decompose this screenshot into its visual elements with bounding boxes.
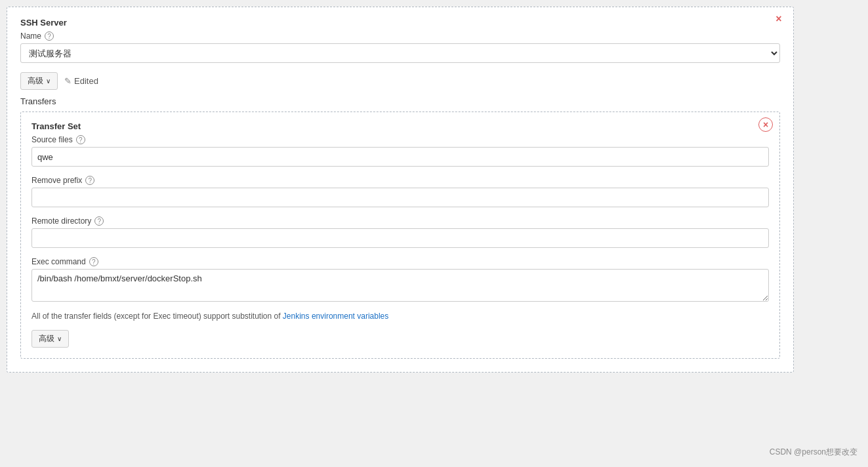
panel-close-button[interactable]: ×: [772, 12, 785, 26]
advanced-button-label: 高级: [28, 75, 43, 87]
remote-directory-label-text: Remote directory: [31, 216, 91, 226]
transfer-set-panel: × Transfer Set Source files ? Remove pre…: [20, 112, 780, 359]
source-files-label-text: Source files: [31, 135, 73, 144]
exec-command-textarea[interactable]: /bin/bash /home/bmxt/server/dockerStop.s…: [31, 269, 769, 302]
panel-title: SSH Server: [20, 18, 780, 28]
bottom-advanced-toolbar: 高级 ∨: [31, 330, 769, 348]
source-files-help-icon[interactable]: ?: [76, 135, 85, 144]
edited-label-text: Edited: [74, 76, 98, 86]
substitution-note: All of the transfer fields (except for E…: [31, 312, 769, 321]
advanced-chevron-icon: ∨: [46, 77, 51, 85]
remove-prefix-input[interactable]: [31, 188, 769, 207]
source-files-label: Source files ?: [31, 135, 769, 144]
exec-command-group: Exec command ? /bin/bash /home/bmxt/serv…: [31, 257, 769, 304]
name-help-icon[interactable]: ?: [45, 31, 54, 41]
remove-prefix-label-text: Remove prefix: [31, 176, 82, 185]
remove-prefix-help-icon[interactable]: ?: [85, 176, 94, 185]
advanced-toolbar: 高级 ∨ ✎ Edited: [20, 72, 780, 90]
exec-command-label: Exec command ?: [31, 257, 769, 266]
source-files-input[interactable]: [31, 147, 769, 167]
edited-indicator: ✎ Edited: [64, 76, 98, 86]
remote-directory-input[interactable]: [31, 228, 769, 248]
transfer-set-title: Transfer Set: [31, 121, 769, 131]
remote-directory-help-icon[interactable]: ?: [94, 216, 104, 226]
name-field-label: Name ?: [20, 31, 780, 41]
bottom-advanced-chevron-icon: ∨: [57, 335, 62, 342]
bottom-advanced-button[interactable]: 高级 ∨: [31, 330, 69, 348]
remove-prefix-label: Remove prefix ?: [31, 176, 769, 185]
transfer-set-close-button[interactable]: ×: [758, 117, 773, 132]
name-label-text: Name: [20, 31, 41, 41]
transfers-section-label: Transfers: [20, 96, 780, 106]
exec-command-label-text: Exec command: [31, 257, 86, 266]
remote-directory-group: Remote directory ?: [31, 216, 769, 248]
exec-command-help-icon[interactable]: ?: [89, 257, 98, 266]
ssh-server-panel: × SSH Server Name ? 测试服务器 高级 ∨ ✎ Edited …: [7, 7, 794, 373]
remote-directory-label: Remote directory ?: [31, 216, 769, 226]
bottom-advanced-button-label: 高级: [39, 333, 54, 344]
pencil-icon: ✎: [64, 76, 72, 86]
advanced-button[interactable]: 高级 ∨: [20, 72, 58, 90]
remove-prefix-group: Remove prefix ?: [31, 176, 769, 207]
name-select[interactable]: 测试服务器: [20, 43, 780, 63]
substitution-note-text: All of the transfer fields (except for E…: [31, 312, 283, 321]
watermark: CSDN @person想要改变: [770, 447, 858, 458]
jenkins-env-vars-link[interactable]: Jenkins environment variables: [283, 312, 388, 321]
